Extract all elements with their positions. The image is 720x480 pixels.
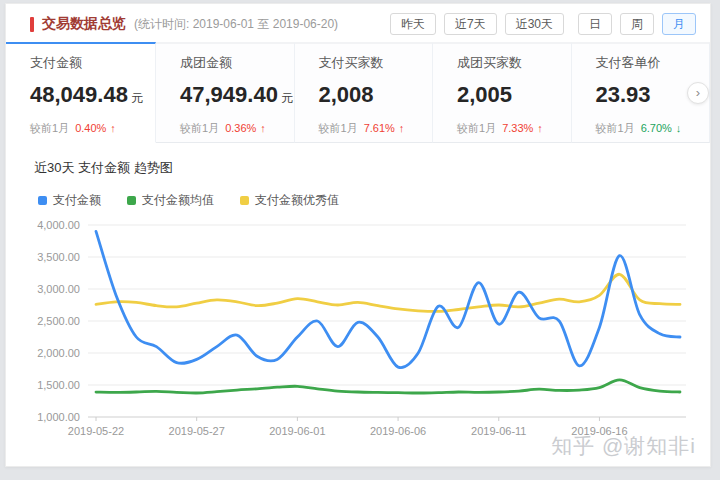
- svg-text:2019-05-27: 2019-05-27: [169, 425, 225, 437]
- trend-arrow-icon: ↑: [110, 122, 116, 134]
- metric-label: 成团买家数: [457, 54, 571, 72]
- legend-item-excellent[interactable]: 支付金额优秀值: [240, 192, 339, 209]
- legend-label: 支付金额: [53, 192, 101, 209]
- chevron-right-icon[interactable]: ›: [687, 82, 709, 104]
- legend-item-payment[interactable]: 支付金额: [38, 192, 101, 209]
- metric-compare: 较前1月0.40%↑: [30, 121, 155, 136]
- card-header: 交易数据总览 (统计时间: 2019-06-01 至 2019-06-20) 昨…: [6, 4, 710, 39]
- svg-text:2,000.00: 2,000.00: [37, 347, 80, 359]
- legend-label: 支付金额优秀值: [255, 192, 339, 209]
- legend-label: 支付金额均值: [142, 192, 214, 209]
- watermark: 知乎 @谢知非i: [551, 432, 696, 460]
- trend-arrow-icon: ↓: [676, 122, 682, 134]
- button-last7days[interactable]: 近7天: [444, 13, 497, 35]
- change-percent: 0.36%: [225, 122, 256, 134]
- svg-text:2019-05-22: 2019-05-22: [68, 425, 124, 437]
- trend-chart-svg: 4,000.003,500.003,000.002,500.002,000.00…: [26, 217, 698, 451]
- dashboard-card: 交易数据总览 (统计时间: 2019-06-01 至 2019-06-20) 昨…: [5, 3, 711, 467]
- metric-compare: 较前1月7.61%↑: [319, 121, 433, 136]
- metric-compare: 较前1月7.33%↑: [457, 121, 571, 136]
- metric-unit: 元: [131, 91, 143, 105]
- metric-label: 支付金额: [30, 54, 155, 72]
- trend-chart-section: 近30天 支付金额 趋势图 支付金额 支付金额均值 支付金额优秀值 4,000.…: [6, 159, 710, 455]
- metric-label: 支付买家数: [319, 54, 433, 72]
- button-day[interactable]: 日: [578, 13, 612, 35]
- metric-tab-group-amount[interactable]: 成团金额 47,949.40元 较前1月0.36%↑: [156, 42, 295, 143]
- button-week[interactable]: 周: [620, 13, 654, 35]
- metric-label: 成团金额: [180, 54, 294, 72]
- svg-text:2019-06-01: 2019-06-01: [269, 425, 325, 437]
- legend-swatch-blue: [38, 196, 47, 205]
- granularity-button-group: 日 周 月: [578, 13, 696, 35]
- svg-text:1,500.00: 1,500.00: [37, 379, 80, 391]
- metric-compare: 较前1月0.36%↑: [180, 121, 294, 136]
- metric-tab-paying-buyers[interactable]: 支付买家数 2,008 较前1月7.61%↑: [295, 42, 434, 143]
- button-last30days[interactable]: 近30天: [505, 13, 564, 35]
- metric-value: 47,949.40元: [180, 82, 294, 108]
- trend-arrow-icon: ↑: [399, 122, 405, 134]
- legend-swatch-yellow: [240, 196, 249, 205]
- metric-value: 2,008: [319, 82, 433, 108]
- metric-tab-group-buyers[interactable]: 成团买家数 2,005 较前1月7.33%↑: [433, 42, 572, 143]
- change-percent: 6.70%: [641, 122, 672, 134]
- change-percent: 7.33%: [502, 122, 533, 134]
- metric-label: 支付客单价: [596, 54, 710, 72]
- metric-tab-payment-amount[interactable]: 支付金额 48,049.48元 较前1月0.40%↑: [6, 42, 156, 143]
- trend-arrow-icon: ↑: [260, 122, 266, 134]
- change-percent: 7.61%: [364, 122, 395, 134]
- trend-chart: 4,000.003,500.003,000.002,500.002,000.00…: [26, 217, 710, 455]
- svg-text:3,500.00: 3,500.00: [37, 251, 80, 263]
- trend-arrow-icon: ↑: [537, 122, 543, 134]
- svg-text:2,500.00: 2,500.00: [37, 315, 80, 327]
- page-title: 交易数据总览: [42, 15, 126, 33]
- title-accent-bar: [30, 17, 34, 32]
- metric-value: 48,049.48元: [30, 82, 155, 108]
- change-percent: 0.40%: [75, 122, 106, 134]
- metric-unit: 元: [281, 91, 293, 105]
- legend-swatch-green: [127, 196, 136, 205]
- metric-tabs-row: 支付金额 48,049.48元 较前1月0.40%↑ 成团金额 47,949.4…: [6, 42, 710, 143]
- chart-legend: 支付金额 支付金额均值 支付金额优秀值: [38, 192, 710, 209]
- svg-text:3,000.00: 3,000.00: [37, 283, 80, 295]
- button-month[interactable]: 月: [662, 13, 696, 35]
- stat-time-range: (统计时间: 2019-06-01 至 2019-06-20): [134, 16, 338, 33]
- svg-text:2019-06-11: 2019-06-11: [471, 425, 526, 437]
- svg-text:1,000.00: 1,000.00: [37, 411, 80, 423]
- chart-title: 近30天 支付金额 趋势图: [34, 159, 710, 177]
- button-yesterday[interactable]: 昨天: [390, 13, 436, 35]
- svg-text:4,000.00: 4,000.00: [37, 219, 80, 231]
- svg-text:2019-06-06: 2019-06-06: [370, 425, 426, 437]
- metric-value: 2,005: [457, 82, 571, 108]
- metric-compare: 较前1月6.70%↓: [596, 121, 710, 136]
- range-button-group: 昨天 近7天 近30天: [390, 13, 564, 35]
- legend-item-average[interactable]: 支付金额均值: [127, 192, 214, 209]
